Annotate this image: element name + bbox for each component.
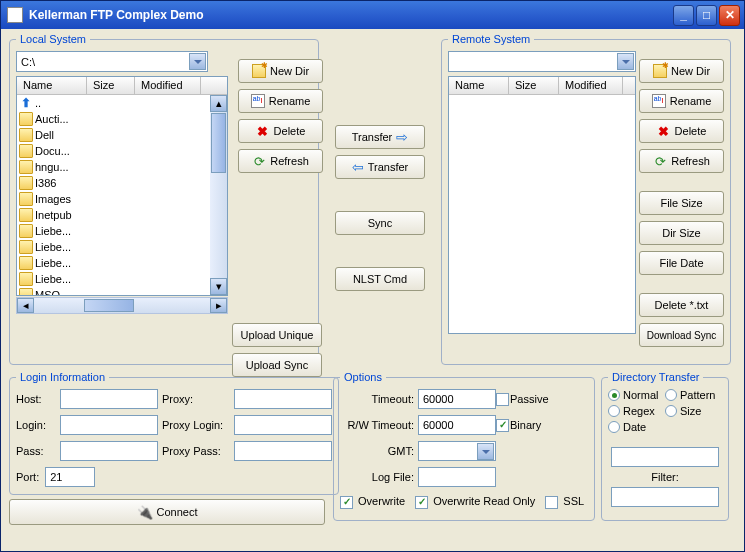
- binary-checkbox[interactable]: [496, 419, 509, 432]
- list-item[interactable]: hngu...: [17, 159, 227, 175]
- folder-icon: [19, 224, 33, 238]
- local-hscrollbar[interactable]: ◂ ▸: [16, 297, 228, 314]
- list-item[interactable]: Liebe...: [17, 223, 227, 239]
- folder-star-icon: [653, 64, 667, 78]
- list-item[interactable]: Images: [17, 191, 227, 207]
- col-name[interactable]: Name: [17, 77, 87, 94]
- local-path-dropdown-icon[interactable]: [189, 53, 206, 70]
- radio-size[interactable]: Size: [665, 405, 722, 417]
- pass-label: Pass:: [16, 445, 56, 457]
- rw-timeout-input[interactable]: [418, 415, 496, 435]
- file-date-button[interactable]: File Date: [639, 251, 724, 275]
- proxy-pass-input[interactable]: [234, 441, 332, 461]
- remote-path-combo[interactable]: [448, 51, 636, 72]
- remote-delete-button[interactable]: ✖Delete: [639, 119, 724, 143]
- login-label: Login:: [16, 419, 56, 431]
- local-path-combo[interactable]: C:\: [16, 51, 208, 72]
- dirtr-input-1[interactable]: [611, 447, 719, 467]
- maximize-button[interactable]: □: [696, 5, 717, 26]
- remote-rename-button[interactable]: Rename: [639, 89, 724, 113]
- hscroll-thumb[interactable]: [84, 299, 134, 312]
- list-item[interactable]: Liebe...: [17, 255, 227, 271]
- remote-newdir-button[interactable]: New Dir: [639, 59, 724, 83]
- list-item[interactable]: I386: [17, 175, 227, 191]
- remote-listview[interactable]: Name Size Modified: [448, 76, 636, 334]
- folder-icon: [19, 128, 33, 142]
- pass-input[interactable]: [60, 441, 158, 461]
- passive-label: Passive: [510, 393, 588, 405]
- gmt-combo[interactable]: [418, 441, 496, 461]
- arrow-right-icon: ⇨: [396, 129, 408, 145]
- local-refresh-button[interactable]: ⟳Refresh: [238, 149, 323, 173]
- passive-checkbox[interactable]: [496, 393, 509, 406]
- proxy-input[interactable]: [234, 389, 332, 409]
- overwrite-checkbox[interactable]: [340, 496, 353, 509]
- radio-pattern[interactable]: Pattern: [665, 389, 722, 401]
- directory-transfer-group: Directory Transfer Normal Pattern Regex …: [601, 371, 729, 521]
- ssl-checkbox[interactable]: [545, 496, 558, 509]
- list-item[interactable]: Liebe...: [17, 271, 227, 287]
- radio-normal[interactable]: Normal: [608, 389, 665, 401]
- overwrite-ro-checkbox[interactable]: [415, 496, 428, 509]
- close-button[interactable]: ✕: [719, 5, 740, 26]
- col-size[interactable]: Size: [87, 77, 135, 94]
- list-item[interactable]: Dell: [17, 127, 227, 143]
- local-list-body: ⬆..Aucti...DellDocu...hngu...I386ImagesI…: [17, 95, 227, 296]
- remote-list-header: Name Size Modified: [449, 77, 635, 95]
- radio-date[interactable]: Date: [608, 421, 665, 433]
- local-delete-button[interactable]: ✖Delete: [238, 119, 323, 143]
- list-item[interactable]: Liebe...: [17, 239, 227, 255]
- folder-icon: [19, 144, 33, 158]
- radio-regex[interactable]: Regex: [608, 405, 665, 417]
- options-group: Options Timeout: Passive R/W Timeout: Bi…: [333, 371, 595, 521]
- local-listview[interactable]: Name Size Modified ⬆..Aucti...DellDocu..…: [16, 76, 228, 296]
- list-item[interactable]: Docu...: [17, 143, 227, 159]
- transfer-left-button[interactable]: ⇦Transfer: [335, 155, 425, 179]
- scroll-right-icon[interactable]: ▸: [210, 298, 227, 313]
- local-vscrollbar[interactable]: ▴ ▾: [210, 95, 227, 295]
- col-size[interactable]: Size: [509, 77, 559, 94]
- proxy-login-label: Proxy Login:: [162, 419, 230, 431]
- timeout-input[interactable]: [418, 389, 496, 409]
- gmt-dropdown-icon[interactable]: [477, 443, 494, 460]
- list-item-up[interactable]: ⬆..: [17, 95, 227, 111]
- folder-icon: [19, 192, 33, 206]
- dir-size-button[interactable]: Dir Size: [639, 221, 724, 245]
- file-size-button[interactable]: File Size: [639, 191, 724, 215]
- col-modified[interactable]: Modified: [135, 77, 201, 94]
- scroll-down-icon[interactable]: ▾: [210, 278, 227, 295]
- upload-unique-button[interactable]: Upload Unique: [232, 323, 322, 347]
- filter-input[interactable]: [611, 487, 719, 507]
- titlebar: Kellerman FTP Complex Demo _ □ ✕: [1, 1, 744, 29]
- proxy-login-input[interactable]: [234, 415, 332, 435]
- logfile-input[interactable]: [418, 467, 496, 487]
- binary-label: Binary: [510, 419, 588, 431]
- minimize-button[interactable]: _: [673, 5, 694, 26]
- remote-refresh-button[interactable]: ⟳Refresh: [639, 149, 724, 173]
- sync-button[interactable]: Sync: [335, 211, 425, 235]
- local-newdir-button[interactable]: New Dir: [238, 59, 323, 83]
- nlst-button[interactable]: NLST Cmd: [335, 267, 425, 291]
- plug-icon: 🔌: [137, 505, 153, 520]
- download-sync-button[interactable]: Download Sync: [639, 323, 724, 347]
- login-input[interactable]: [60, 415, 158, 435]
- login-legend: Login Information: [16, 371, 109, 383]
- scroll-up-icon[interactable]: ▴: [210, 95, 227, 112]
- host-input[interactable]: [60, 389, 158, 409]
- remote-path-dropdown-icon[interactable]: [617, 53, 634, 70]
- remote-system-group: Remote System Name Size Modified New Dir…: [441, 33, 731, 365]
- folder-icon: [19, 272, 33, 286]
- scroll-thumb[interactable]: [211, 113, 226, 173]
- list-item[interactable]: Aucti...: [17, 111, 227, 127]
- list-item[interactable]: Inetpub: [17, 207, 227, 223]
- list-item[interactable]: MSO...: [17, 287, 227, 296]
- connect-button[interactable]: 🔌 Connect: [9, 499, 325, 525]
- scroll-left-icon[interactable]: ◂: [17, 298, 34, 313]
- col-modified[interactable]: Modified: [559, 77, 623, 94]
- port-input[interactable]: [45, 467, 95, 487]
- local-rename-button[interactable]: Rename: [238, 89, 323, 113]
- col-name[interactable]: Name: [449, 77, 509, 94]
- folder-icon: [19, 176, 33, 190]
- transfer-right-button[interactable]: Transfer⇨: [335, 125, 425, 149]
- delete-txt-button[interactable]: Delete *.txt: [639, 293, 724, 317]
